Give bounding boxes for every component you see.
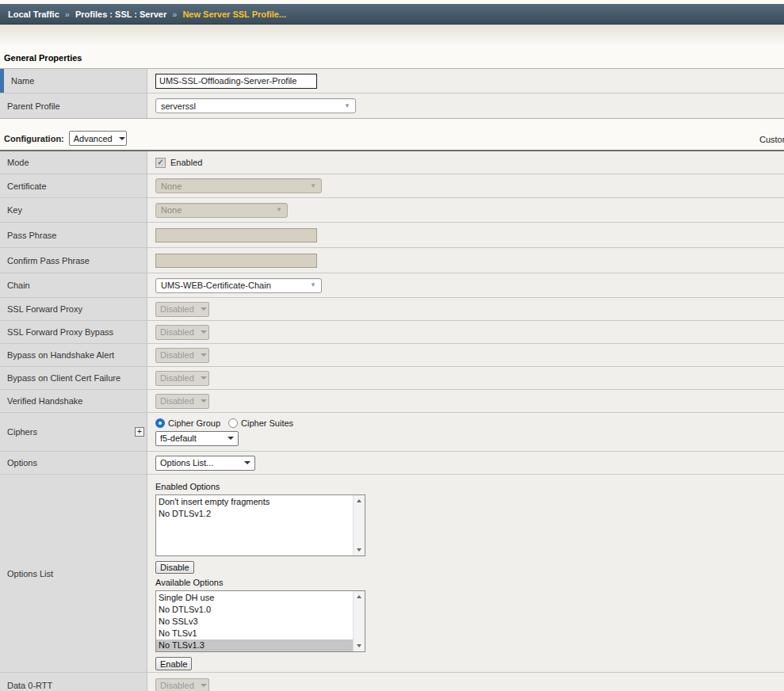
ssl-forward-proxy-bypass-select: Disabled <box>155 325 209 340</box>
ciphers-label-cell: Ciphers + <box>0 413 147 451</box>
breadcrumb: Local Traffic » Profiles : SSL : Server … <box>0 4 784 25</box>
cipher-group-select[interactable]: f5-default <box>155 431 239 446</box>
scroll-up-icon[interactable] <box>354 495 365 506</box>
chain-value: UMS-WEB-Certificate-Chain <box>161 281 271 290</box>
configuration-level-select[interactable]: Advanced <box>69 131 127 146</box>
key-content-cell: None ▼ <box>147 198 784 222</box>
scroll-up-icon[interactable] <box>354 591 365 602</box>
chevron-down-icon <box>201 684 207 687</box>
parent-profile-content-cell: serverssl ▼ <box>147 94 784 118</box>
enabled-options-items: Don't insert empty fragments No DTLSv1.2 <box>156 495 353 555</box>
chevron-down-icon: ▼ <box>310 183 316 189</box>
enabled-option-item[interactable]: No DTLSv1.2 <box>156 508 353 520</box>
pass-phrase-content-cell <box>147 223 784 247</box>
options-label-cell: Options <box>0 452 147 474</box>
enabled-option-item[interactable]: Don't insert empty fragments <box>156 496 353 508</box>
ciphers-expand-button[interactable]: + <box>135 427 144 437</box>
certificate-select: None ▼ <box>155 178 322 193</box>
configuration-label: Configuration: <box>4 134 64 143</box>
general-properties-heading: General Properties <box>0 46 784 68</box>
available-option-item[interactable]: No SSLv3 <box>156 616 353 628</box>
ssl-forward-proxy-select: Disabled <box>155 302 209 317</box>
confirm-pass-phrase-content-cell <box>147 248 784 273</box>
mode-checkbox-label: Enabled <box>170 158 202 167</box>
bypass-on-client-cert-failure-label: Bypass on Client Cert Failure <box>7 373 120 383</box>
chain-content-cell: UMS-WEB-Certificate-Chain ▼ <box>147 273 784 297</box>
custom-column-header: Custom <box>759 135 784 144</box>
parent-profile-label-cell: Parent Profile <box>0 94 147 118</box>
mode-label: Mode <box>7 158 29 167</box>
bypass-on-handshake-alert-value: Disabled <box>160 350 194 360</box>
pass-phrase-label-cell: Pass Phrase <box>0 223 147 247</box>
chain-label: Chain <box>7 281 30 290</box>
name-content-cell <box>147 69 784 93</box>
options-list-content-cell: Enabled Options Don't insert empty fragm… <box>147 475 784 672</box>
scroll-down-icon[interactable] <box>354 544 365 555</box>
name-label-cell: Name <box>0 69 147 93</box>
options-value: Options List... <box>160 458 213 468</box>
general-properties-table: Name Parent Profile serverssl ▼ <box>0 68 784 119</box>
key-label-cell: Key <box>0 198 147 222</box>
chevron-down-icon <box>201 399 207 403</box>
parent-profile-select[interactable]: serverssl ▼ <box>155 98 356 113</box>
row-ssl-forward-proxy: SSL Forward Proxy Disabled <box>0 298 784 321</box>
bypass-on-handshake-alert-select: Disabled <box>155 348 209 363</box>
confirm-pass-phrase-input <box>155 254 317 268</box>
available-options-scrollbar[interactable] <box>353 591 365 651</box>
row-verified-handshake: Verified Handshake Disabled <box>0 390 784 413</box>
ssl-forward-proxy-label-cell: SSL Forward Proxy <box>0 298 147 320</box>
enabled-options-scrollbar[interactable] <box>353 495 365 555</box>
parent-profile-value: serverssl <box>161 101 196 111</box>
bypass-on-handshake-alert-content-cell: Disabled <box>147 344 784 366</box>
row-pass-phrase: Pass Phrase <box>0 223 784 248</box>
key-label: Key <box>7 205 22 215</box>
page: Local Traffic » Profiles : SSL : Server … <box>0 4 784 691</box>
cipher-group-radio[interactable] <box>155 418 165 428</box>
configuration-table: Mode ✓ Enabled Certificate None ▼ <box>0 150 784 691</box>
certificate-label: Certificate <box>7 181 47 191</box>
confirm-pass-phrase-label-cell: Confirm Pass Phrase <box>0 248 147 273</box>
row-mode: Mode ✓ Enabled <box>0 151 784 174</box>
enabled-options-listbox[interactable]: Don't insert empty fragments No DTLSv1.2 <box>155 494 365 556</box>
mode-content-cell: ✓ Enabled <box>147 151 784 174</box>
available-option-item[interactable]: No DTLSv1.0 <box>156 604 353 616</box>
bypass-on-client-cert-failure-value: Disabled <box>160 373 194 383</box>
row-key: Key None ▼ <box>0 198 784 223</box>
verified-handshake-select: Disabled <box>155 394 209 409</box>
options-list-label: Options List <box>7 569 53 578</box>
chain-label-cell: Chain <box>0 273 147 297</box>
required-indicator <box>0 69 4 93</box>
chevron-down-icon: ▼ <box>276 207 282 213</box>
breadcrumb-path-link[interactable]: Profiles : SSL : Server <box>75 10 166 19</box>
row-bypass-on-handshake-alert: Bypass on Handshake Alert Disabled <box>0 344 784 367</box>
name-input[interactable] <box>155 74 317 89</box>
available-options-items: Single DH use No DTLSv1.0 No SSLv3 No TL… <box>156 591 353 651</box>
pass-phrase-input <box>155 228 317 242</box>
breadcrumb-section-link[interactable]: Local Traffic <box>8 10 59 19</box>
certificate-content-cell: None ▼ <box>147 174 784 197</box>
bypass-on-handshake-alert-label: Bypass on Handshake Alert <box>7 350 114 360</box>
chevron-down-icon <box>201 307 207 311</box>
chain-select[interactable]: UMS-WEB-Certificate-Chain ▼ <box>155 278 322 293</box>
enable-button[interactable]: Enable <box>155 657 192 670</box>
scroll-down-icon[interactable] <box>354 640 365 651</box>
breadcrumb-current-page: New Server SSL Profile... <box>182 10 286 19</box>
chevron-down-icon <box>201 330 207 334</box>
available-option-item[interactable]: No TLSv1 <box>156 628 353 639</box>
verified-handshake-label-cell: Verified Handshake <box>0 390 147 412</box>
verified-handshake-content-cell: Disabled <box>147 390 784 412</box>
data-0rtt-label: Data 0-RTT <box>7 681 52 690</box>
available-option-item-selected[interactable]: No TLSv1.3 <box>156 639 353 651</box>
available-options-listbox[interactable]: Single DH use No DTLSv1.0 No SSLv3 No TL… <box>155 590 365 652</box>
available-options-heading: Available Options <box>155 577 223 589</box>
chevron-down-icon: ▼ <box>344 103 350 109</box>
disable-button[interactable]: Disable <box>155 561 194 575</box>
cipher-suites-radio[interactable] <box>228 418 238 428</box>
options-label: Options <box>7 458 37 468</box>
row-confirm-pass-phrase: Confirm Pass Phrase <box>0 248 784 273</box>
available-option-item[interactable]: Single DH use <box>156 592 353 604</box>
options-select[interactable]: Options List... <box>155 456 255 471</box>
cipher-suites-radio-label: Cipher Suites <box>241 418 293 428</box>
row-data-0rtt: Data 0-RTT Disabled <box>0 673 784 691</box>
data-0rtt-select: Disabled <box>155 678 209 691</box>
